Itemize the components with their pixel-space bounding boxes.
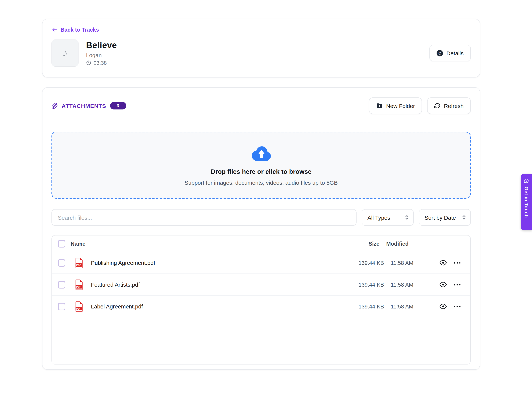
back-to-tracks-link[interactable]: Back to Tracks: [51, 27, 99, 33]
file-modified: 11:58 AM: [391, 303, 436, 309]
svg-text:PDF: PDF: [76, 307, 81, 310]
details-button[interactable]: C Details: [430, 45, 471, 61]
file-name[interactable]: Featured Artists.pdf: [91, 281, 343, 288]
attachments-card: ATTACHMENTS 3 New Folder Refresh: [42, 87, 480, 370]
type-filter-select[interactable]: All Types: [362, 209, 414, 226]
file-size: 139.44 KB: [343, 260, 384, 266]
file-size: 139.44 KB: [343, 303, 384, 309]
chat-info-icon: [524, 178, 529, 183]
row-checkbox[interactable]: [58, 259, 65, 267]
pdf-file-icon: PDF: [75, 301, 84, 312]
file-modified: 11:58 AM: [391, 281, 436, 287]
search-files-input[interactable]: [51, 209, 356, 226]
table-row[interactable]: PDF Label Agreement.pdf 139.44 KB 11:58 …: [52, 296, 470, 317]
more-actions-icon[interactable]: [450, 300, 464, 313]
file-dropzone[interactable]: Drop files here or click to browse Suppo…: [51, 132, 471, 199]
music-note-icon: ♪: [62, 47, 68, 59]
preview-eye-icon[interactable]: [436, 278, 450, 291]
get-in-touch-tab[interactable]: Get in Touch: [521, 174, 532, 230]
track-artist: Logan: [86, 52, 117, 58]
paperclip-icon: [51, 103, 58, 109]
type-filter-value: All Types: [367, 214, 390, 221]
track-title: Believe: [86, 40, 117, 50]
chevron-updown-icon: [462, 215, 466, 221]
file-size: 139.44 KB: [343, 281, 384, 287]
svg-text:PDF: PDF: [76, 285, 81, 288]
new-folder-label: New Folder: [386, 103, 415, 109]
duration-value: 03:38: [94, 60, 107, 66]
details-button-label: Details: [446, 50, 464, 56]
arrow-left-icon: [51, 27, 57, 33]
row-checkbox[interactable]: [58, 303, 65, 310]
app-viewport: Back to Tracks ♪ Believe Logan 03:38 C D…: [0, 0, 532, 404]
sort-filter-select[interactable]: Sort by Date: [419, 209, 471, 226]
album-art-placeholder: ♪: [51, 39, 78, 67]
refresh-icon: [435, 103, 441, 109]
details-c-icon: C: [437, 50, 443, 56]
section-divider: [51, 123, 471, 123]
get-in-touch-label: Get in Touch: [524, 187, 529, 218]
track-header-card: Back to Tracks ♪ Believe Logan 03:38 C D…: [42, 19, 480, 78]
more-actions-icon[interactable]: [450, 256, 464, 269]
dropzone-headline: Drop files here or click to browse: [211, 168, 312, 176]
attachments-section-title: ATTACHMENTS 3: [51, 102, 126, 110]
chevron-updown-icon: [405, 215, 409, 221]
svg-text:PDF: PDF: [76, 263, 81, 266]
file-name[interactable]: Publishing Agreement.pdf: [91, 260, 343, 266]
cloud-upload-icon: [249, 145, 273, 162]
pdf-file-icon: PDF: [75, 279, 84, 290]
more-actions-icon[interactable]: [450, 278, 464, 291]
refresh-label: Refresh: [444, 103, 464, 109]
clock-icon: [86, 60, 91, 65]
files-table: Name Size Modified PDF Publishing Agreem…: [51, 235, 471, 365]
track-duration: 03:38: [86, 60, 117, 66]
attachments-title-label: ATTACHMENTS: [62, 103, 106, 109]
table-row[interactable]: PDF Featured Artists.pdf 139.44 KB 11:58…: [52, 274, 470, 296]
attachments-count-badge: 3: [110, 102, 126, 110]
file-name[interactable]: Label Agreement.pdf: [91, 303, 343, 310]
select-all-checkbox[interactable]: [58, 240, 65, 247]
row-checkbox[interactable]: [58, 281, 65, 288]
folder-plus-icon: [376, 102, 383, 109]
table-header-row: Name Size Modified: [52, 235, 470, 252]
pdf-file-icon: PDF: [75, 257, 84, 268]
column-name: Name: [71, 241, 338, 247]
column-modified: Modified: [386, 241, 431, 247]
file-modified: 11:58 AM: [391, 260, 436, 266]
dropzone-subtext: Support for images, documents, videos, a…: [184, 179, 338, 186]
refresh-button[interactable]: Refresh: [427, 98, 471, 114]
back-link-label: Back to Tracks: [61, 27, 99, 33]
sort-filter-value: Sort by Date: [424, 214, 456, 221]
new-folder-button[interactable]: New Folder: [369, 98, 422, 114]
preview-eye-icon[interactable]: [436, 256, 450, 269]
table-row[interactable]: PDF Publishing Agreement.pdf 139.44 KB 1…: [52, 252, 470, 274]
column-size: Size: [338, 241, 380, 247]
preview-eye-icon[interactable]: [436, 300, 450, 313]
